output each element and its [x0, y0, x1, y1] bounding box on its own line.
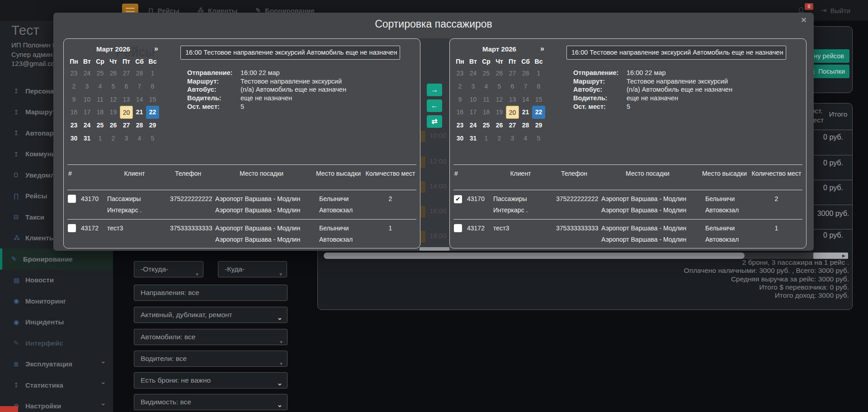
calendar-day[interactable]: 4	[94, 80, 107, 93]
calendar-day[interactable]: 4	[519, 132, 532, 145]
calendar-day[interactable]: 29	[146, 119, 159, 132]
sidebar-item-Бронирование[interactable]: ✎Бронирование	[0, 248, 113, 270]
calendar-day[interactable]: 7	[519, 80, 532, 93]
calendar-day[interactable]: 30	[67, 132, 80, 145]
calendar-day[interactable]: 18	[480, 106, 493, 119]
calendar-day[interactable]: 16	[453, 106, 467, 119]
calendar-day[interactable]: 9	[67, 93, 80, 106]
calendar-day[interactable]: 26	[493, 67, 506, 80]
sidebar-item-Инциденты[interactable]: ◉Инциденты	[0, 312, 113, 333]
filter-drivers-select[interactable]: Водители: все▾	[134, 351, 288, 367]
calendar-day[interactable]: 16	[67, 106, 80, 119]
calendar-day[interactable]: 28	[133, 119, 146, 132]
calendar-day[interactable]: 23	[453, 67, 467, 80]
calendar-day[interactable]: 18	[94, 106, 107, 119]
logout-button[interactable]: ⇥ Выйти	[821, 0, 850, 21]
filter-visibility-select[interactable]: Видимость: все⌄	[134, 394, 288, 410]
horizontal-scrollbar-thumb[interactable]	[324, 253, 745, 259]
calendar-day[interactable]: 27	[506, 119, 519, 132]
calendar-day[interactable]: 24	[80, 67, 94, 80]
calendar-day[interactable]: 23	[453, 119, 467, 132]
calendar-day[interactable]: 5	[107, 80, 120, 93]
calendar-day[interactable]: 17	[80, 106, 94, 119]
calendar-day[interactable]: 14	[133, 93, 146, 106]
calendar-day[interactable]: 13	[120, 93, 133, 106]
calendar-day[interactable]: 22	[146, 106, 159, 119]
calendar-day[interactable]: 1	[146, 67, 159, 80]
calendar-day[interactable]: 25	[480, 119, 493, 132]
filter-status-select[interactable]: Активный, дубликат, ремонт⌄	[134, 307, 288, 323]
sidebar-item-Мониторинг[interactable]: ◉Мониторинг	[0, 290, 113, 312]
sidebar-item-Интерфейс[interactable]: ✎Интерфейс	[0, 332, 113, 354]
calendar-day[interactable]: 6	[506, 80, 519, 93]
calendar-day[interactable]: 29	[532, 119, 545, 132]
calendar-day[interactable]: 2	[453, 80, 467, 93]
calendar-day[interactable]: 31	[80, 132, 94, 145]
calendar-day[interactable]: 28	[519, 67, 532, 80]
row-checkbox[interactable]	[68, 224, 76, 232]
calendar-day[interactable]: 19	[107, 106, 120, 119]
calendar-day[interactable]: 12	[493, 93, 506, 106]
calendar-day[interactable]: 9	[453, 93, 467, 106]
calendar-day[interactable]: 2	[493, 132, 506, 145]
sidebar-item-Статистика[interactable]: ↥Статистика⌄	[0, 375, 113, 396]
row-checkbox[interactable]: ✔	[454, 195, 462, 203]
calendar-day[interactable]: 15	[146, 93, 159, 106]
calendar-day[interactable]: 24	[467, 67, 480, 80]
calendar-day[interactable]: 5	[493, 80, 506, 93]
filter-vehicles-select[interactable]: Автомобили: все▾	[134, 329, 288, 345]
filter-directions-input[interactable]: Направления: все	[134, 285, 288, 301]
calendar-day[interactable]: 8	[532, 80, 545, 93]
calendar-day[interactable]: 12	[107, 93, 120, 106]
calendar-day[interactable]: 6	[120, 80, 133, 93]
calendar-day[interactable]: 14	[519, 93, 532, 106]
calendar-day[interactable]: 3	[80, 80, 94, 93]
calendar-day[interactable]: 26	[107, 119, 120, 132]
calendar-day[interactable]: 21	[133, 106, 146, 119]
calendar-day[interactable]: 27	[506, 67, 519, 80]
calendar-day[interactable]: 21	[519, 106, 532, 119]
move-left-button[interactable]: ←	[427, 99, 442, 112]
calendar-day[interactable]: 3	[506, 132, 519, 145]
calendar-day[interactable]: 11	[480, 93, 493, 106]
calendar-day[interactable]: 24	[80, 119, 94, 132]
calendar-day[interactable]: 26	[493, 119, 506, 132]
calendar-day[interactable]: 24	[467, 119, 480, 132]
trip-select[interactable]: 16:00 Тестовое направление экскурсий Авт…	[180, 46, 400, 60]
calendar-day[interactable]: 4	[133, 132, 146, 145]
calendar-day[interactable]: 2	[67, 80, 80, 93]
calendar-day[interactable]: 2	[107, 132, 120, 145]
calendar-next-icon[interactable]: »	[540, 44, 544, 54]
calendar-day[interactable]: 28	[133, 67, 146, 80]
calendar-day[interactable]: 20	[506, 106, 519, 119]
calendar-day[interactable]: 26	[107, 67, 120, 80]
calendar-day[interactable]: 11	[94, 93, 107, 106]
calendar-day[interactable]: 28	[519, 119, 532, 132]
calendar-day[interactable]: 4	[480, 80, 493, 93]
calendar-day[interactable]: 7	[133, 80, 146, 93]
calendar-next-icon[interactable]: »	[154, 44, 158, 54]
scroll-right-button[interactable]: ▶	[813, 253, 848, 259]
calendar-day[interactable]: 25	[480, 67, 493, 80]
calendar-day[interactable]: 27	[120, 67, 133, 80]
calendar-day[interactable]: 10	[467, 93, 480, 106]
calendar-day[interactable]: 3	[467, 80, 480, 93]
calendar-day[interactable]: 31	[467, 132, 480, 145]
move-right-button[interactable]: →	[427, 84, 442, 96]
calendar-day[interactable]: 13	[506, 93, 519, 106]
calendar-day[interactable]: 27	[120, 119, 133, 132]
calendar-day[interactable]: 20	[120, 106, 133, 119]
calendar-day[interactable]: 19	[493, 106, 506, 119]
filter-from-select[interactable]: -Откуда-▾	[134, 261, 203, 277]
calendar-day[interactable]: 25	[94, 119, 107, 132]
calendar-day[interactable]: 30	[453, 132, 467, 145]
calendar-day[interactable]: 3	[120, 132, 133, 145]
sidebar-item-Эксплуатация[interactable]: ≣Эксплуатация⌄	[0, 354, 113, 375]
calendar-day[interactable]: 23	[67, 67, 80, 80]
calendar-day[interactable]: 17	[467, 106, 480, 119]
calendar-day[interactable]: 5	[532, 132, 545, 145]
calendar-day[interactable]: 1	[94, 132, 107, 145]
row-checkbox[interactable]	[68, 195, 76, 203]
filter-to-select[interactable]: -Куда-▾	[218, 261, 287, 277]
parcels-button[interactable]: ▣ Посылки	[813, 65, 849, 78]
